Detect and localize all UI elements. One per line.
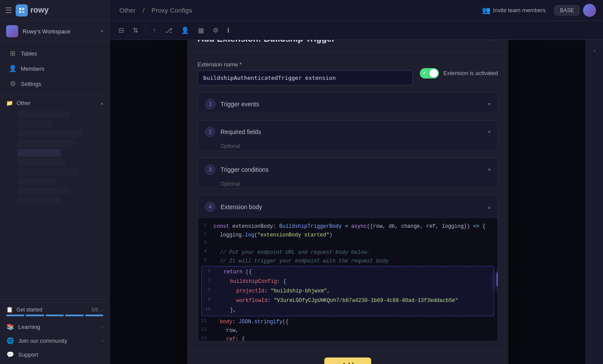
svg-rect-3 [22,11,24,13]
sort-icon: ⇅ [133,26,138,34]
sidebar-item-learning[interactable]: 📚 Learning › [0,320,109,334]
code-line-11: 11 body: JSON.stringify({ [198,317,498,326]
toolbar-user-add-button[interactable]: 👤 [178,24,193,36]
community-icon: 🌐 [6,337,14,344]
section-1-number: 1 [205,99,215,109]
section-2-number: 2 [205,127,215,137]
section-trigger-conditions-header[interactable]: 3 Trigger conditions ▾ [198,158,498,181]
code-line-10: 10 }, [202,305,494,315]
section-required-fields-header[interactable]: 2 Required fields ▾ [198,121,498,143]
sidebar-item-tables[interactable]: ⊞ Tables [3,46,107,61]
toolbar-table-button[interactable]: ▦ [194,24,208,36]
section-4-chevron-icon: ▴ [488,204,491,210]
sidebar-other-header[interactable]: 📁 Other ▴ [0,97,109,109]
other-section-chevron-icon: ▴ [101,100,103,106]
progress-bar [6,315,103,316]
folder-icon: 📁 [6,100,13,106]
toolbar-filter-button[interactable]: ⊟ [115,24,128,36]
table-icon: ▦ [198,26,204,34]
svg-rect-0 [19,8,21,10]
section-extension-body-title: Extension body [221,203,483,210]
toolbar: ⊟ ⇅ ↑ ⎇ 👤 ▦ ⚙ ℹ [110,21,603,40]
sidebar-item-members-label: Members [21,66,44,72]
extension-name-label: Extension name * [198,61,413,68]
section-trigger-events-header[interactable]: 1 Trigger events ▾ [198,93,498,114]
workspace-selector[interactable]: Rowy's Workspace ▾ [0,21,109,42]
menu-icon[interactable]: ☰ [5,6,12,15]
toggle-check-icon: ✓ [422,70,426,76]
modal-overlay: Add Extension: Buildship Trigger × Exten… [110,40,586,364]
logo-text: rowy [30,6,49,15]
blurred-item-5 [17,158,65,166]
sidebar-item-members[interactable]: 👤 Members [3,61,107,76]
other-section-title: Other [16,100,97,106]
extension-name-input[interactable] [198,70,413,85]
community-label: Join our community [18,338,97,344]
toolbar-info-button[interactable]: ℹ [224,24,233,36]
progress-seg-4 [65,315,83,316]
tables-icon: ⊞ [9,49,16,57]
topbar-actions: 👥 Invite team members BASE [477,3,596,17]
sidebar-item-settings[interactable]: ⚙ Settings [3,76,107,91]
blurred-item-2 [17,120,52,128]
toolbar-settings-button[interactable]: ⚙ [209,24,222,36]
filter-icon: ⊟ [119,26,124,34]
breadcrumb-current: Proxy Configs [152,7,192,14]
workspace-chevron-icon: ▾ [101,28,103,34]
progress-seg-3 [46,315,64,316]
modal-close-button[interactable]: × [486,40,498,45]
svg-rect-2 [19,11,21,13]
toggle-knob [429,69,438,78]
get-started-progress: 5/5 [92,307,98,312]
get-started-label: Get started [16,307,88,313]
toolbar-sort-button[interactable]: ⇅ [129,24,142,36]
section-trigger-conditions-title: Trigger conditions [221,166,483,173]
extension-toggle[interactable]: ✓ [420,68,439,79]
progress-seg-1 [6,315,24,316]
learning-label: Learning [18,324,97,330]
base-badge[interactable]: BASE [554,5,580,16]
blurred-item-7 [17,177,56,185]
section-required-fields-title: Required fields [221,128,483,135]
section-trigger-conditions: 3 Trigger conditions ▾ Optional [198,158,498,188]
sidebar-item-tables-label: Tables [21,50,37,57]
sidebar-other-section: 📁 Other ▴ [0,95,109,299]
sidebar-nav: ⊞ Tables 👤 Members ⚙ Settings [0,42,109,95]
get-started-header: 📋 Get started 5/5 › [6,306,103,313]
blurred-item-3 [17,130,82,138]
add-button[interactable]: Add [324,357,371,364]
toggle-group: ✓ Extension is activated [420,68,498,79]
sidebar-item-support[interactable]: 💬 Support [0,348,109,361]
toolbar-separator-1 [145,26,146,35]
upload-icon: ↑ [153,26,156,34]
info-icon: ℹ [227,26,230,34]
support-label: Support [18,351,103,358]
blurred-item-active [17,149,61,157]
sidebar-logo: rowy [16,4,49,16]
code-line-7: 7 buildshipConfig: { [202,277,494,286]
sidebar-bottom: 📋 Get started 5/5 › 📚 Learning › 🌐 Join … [0,299,109,364]
user-avatar[interactable] [583,4,596,17]
breadcrumb-separator: / [143,7,146,14]
toolbar-upload-button[interactable]: ↑ [149,24,160,36]
section-extension-body-header[interactable]: 4 Extension body ▴ [198,196,498,218]
invite-team-members-button[interactable]: 👥 Invite team members [477,3,551,17]
code-line-12: 12 row, [198,326,498,334]
code-line-9: 9 workflowId: "V3ureLGOfyCJpUHKQoh7/b67a… [202,296,494,305]
topbar: Other / Proxy Configs 👥 Invite team memb… [110,0,603,21]
code-line-13: 13 ref: { [198,334,498,341]
svg-rect-1 [22,8,24,10]
code-editor[interactable]: 1 const extensionBody: BuildshipTriggerB… [198,218,498,341]
section-extension-body: 4 Extension body ▴ 1 [198,195,498,341]
settings-icon: ⚙ [9,80,16,88]
get-started-chevron-icon[interactable]: › [102,307,103,312]
modal-footer: Add [187,350,508,364]
blurred-item-8 [17,187,69,195]
code-editor-container: 1 const extensionBody: BuildshipTriggerB… [198,218,498,341]
sidebar-item-community[interactable]: 🌐 Join our community › [0,334,109,348]
right-panel-chevron-left[interactable]: ‹ [588,43,602,57]
toolbar-git-button[interactable]: ⎇ [161,24,176,36]
breadcrumb-parent: Other [119,7,136,14]
section-required-fields-subtitle: Optional [198,143,498,151]
paste-config-button[interactable]: Paste your config [497,270,498,288]
